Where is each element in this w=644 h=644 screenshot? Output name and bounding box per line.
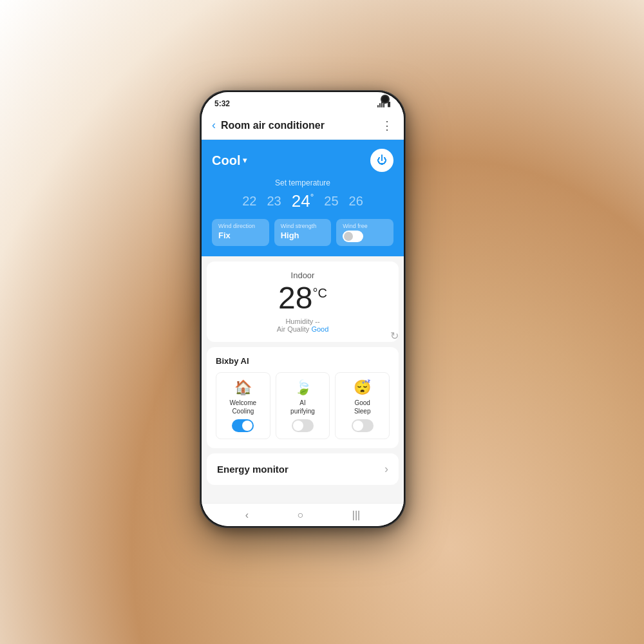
ai-purifying-toggle-dot: [293, 421, 303, 431]
power-icon: ⏻: [377, 155, 387, 166]
status-time: 5:32: [214, 99, 230, 108]
good-sleep-icon: 😴: [341, 379, 384, 396]
welcome-cooling-label: WelcomeCooling: [222, 399, 265, 415]
welcome-cooling-toggle-dot: [242, 421, 252, 431]
air-quality-text: Air Quality Good: [216, 325, 390, 333]
air-quality-label: Air Quality: [277, 325, 310, 333]
energy-monitor-card[interactable]: Energy monitor ›: [207, 453, 399, 485]
indoor-title: Indoor: [216, 270, 390, 280]
wind-free-toggle-dot: [344, 232, 353, 241]
temp-23[interactable]: 23: [267, 194, 281, 209]
bottom-navigation: ‹ ○ |||: [202, 503, 404, 526]
wind-direction-button[interactable]: Wind direction Fix: [212, 219, 269, 246]
wind-free-label: Wind free: [343, 223, 387, 229]
temp-26[interactable]: 26: [349, 194, 363, 209]
temperature-section: Set temperature 22 23 24° 25 26: [212, 178, 393, 211]
control-panel: Cool ▾ ⏻ Set temperature 22 23 24°: [202, 140, 404, 256]
ai-purifying-label: AIpurifying: [281, 399, 325, 415]
ai-purifying-toggle[interactable]: [292, 419, 314, 432]
humidity-text: Humidity --: [216, 317, 390, 325]
app-header: ‹ Room air conditioner ⋮: [202, 111, 404, 140]
good-sleep-toggle[interactable]: [352, 419, 374, 432]
bixby-good-sleep: 😴 GoodSleep: [335, 372, 390, 439]
phone-device: 5:32 ▮ ‹ Room air conditioner ⋮: [200, 90, 406, 528]
bixby-title: Bixby AI: [216, 356, 390, 366]
bixby-welcome-cooling: 🏠 WelcomeCooling: [216, 372, 270, 439]
nav-home-button[interactable]: ○: [298, 509, 304, 521]
wind-strength-button[interactable]: Wind strength High: [274, 219, 332, 246]
mode-dropdown-arrow: ▾: [243, 156, 247, 165]
temp-24-active[interactable]: 24°: [292, 191, 314, 211]
wind-free-button[interactable]: Wind free: [336, 219, 393, 246]
more-menu-button[interactable]: ⋮: [381, 118, 393, 133]
camera-dot: [381, 95, 390, 104]
wind-strength-value: High: [281, 231, 325, 240]
energy-monitor-label: Energy monitor: [217, 464, 289, 475]
bixby-grid: 🏠 WelcomeCooling 🍃 AIpurifying: [216, 372, 390, 439]
good-sleep-label: GoodSleep: [341, 399, 384, 415]
phone-screen: 5:32 ▮ ‹ Room air conditioner ⋮: [202, 92, 404, 526]
indoor-temperature: 28°C: [216, 283, 390, 314]
welcome-cooling-toggle[interactable]: [232, 419, 254, 432]
mode-selector[interactable]: Cool ▾: [212, 153, 247, 168]
energy-chevron-icon: ›: [384, 462, 388, 476]
nav-back-button[interactable]: ‹: [245, 509, 249, 521]
temp-25[interactable]: 25: [324, 194, 338, 209]
indoor-details: Humidity -- Air Quality Good: [216, 317, 390, 333]
mode-label: Cool: [212, 153, 240, 168]
status-bar: 5:32 ▮: [202, 92, 404, 111]
nav-recents-button[interactable]: |||: [352, 509, 360, 521]
temperature-row: 22 23 24° 25 26: [212, 191, 393, 211]
scene: 5:32 ▮ ‹ Room air conditioner ⋮: [0, 0, 644, 644]
wind-direction-label: Wind direction: [218, 223, 263, 229]
wind-strength-label: Wind strength: [281, 223, 325, 229]
temp-22[interactable]: 22: [242, 194, 256, 209]
indoor-temp-value: 28: [278, 281, 312, 315]
welcome-cooling-icon: 🏠: [222, 379, 265, 396]
wind-direction-value: Fix: [218, 231, 263, 240]
scrollable-content: Indoor 28°C Humidity -- Air Quality Good…: [202, 256, 404, 503]
set-temp-label: Set temperature: [212, 178, 393, 187]
power-button[interactable]: ⏻: [370, 149, 393, 172]
bixby-ai-purifying: 🍃 AIpurifying: [276, 372, 330, 439]
indoor-card: Indoor 28°C Humidity -- Air Quality Good…: [207, 261, 399, 342]
control-buttons-row: Wind direction Fix Wind strength High Wi…: [212, 219, 393, 246]
refresh-button[interactable]: ↻: [390, 330, 399, 342]
air-quality-value: Good: [311, 325, 328, 333]
back-button[interactable]: ‹: [212, 118, 216, 132]
app-title: Room air conditioner: [221, 120, 381, 131]
bixby-card: Bixby AI 🏠 WelcomeCooling 🍃: [207, 347, 399, 448]
good-sleep-toggle-dot: [353, 421, 363, 431]
ai-purifying-icon: 🍃: [281, 379, 325, 396]
indoor-temp-unit: °C: [312, 286, 327, 300]
wind-free-toggle[interactable]: [343, 231, 363, 242]
